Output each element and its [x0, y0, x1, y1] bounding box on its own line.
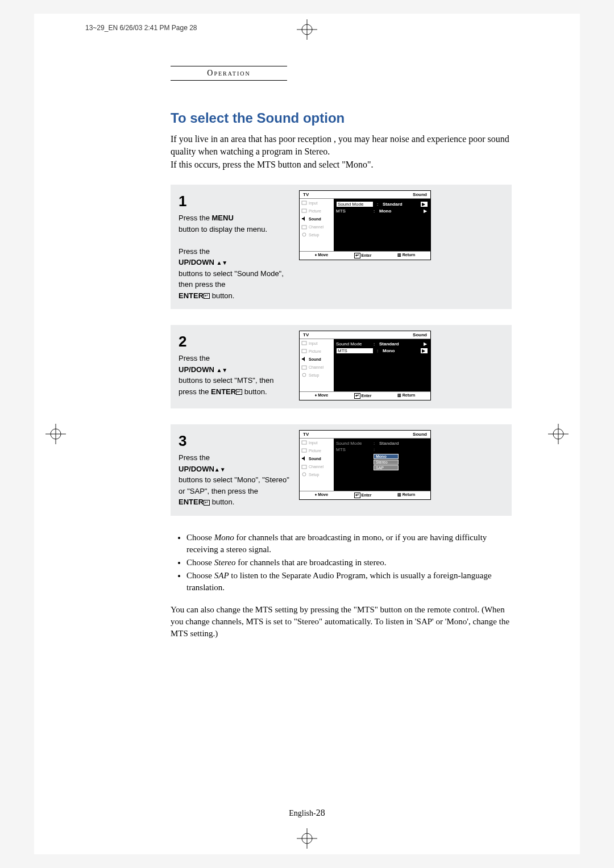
osd-side-picture: Picture [300, 347, 334, 355]
bullet-list: Choose Mono for channels that are broadc… [171, 532, 512, 594]
sound-icon [301, 216, 307, 222]
mts-option-stereo: Stereo [374, 460, 399, 465]
page-title: To select the Sound option [171, 110, 512, 126]
osd-side-channel: Channel [300, 223, 334, 231]
osd-row-soundmode: Sound Mode : Standard ▶ [336, 341, 428, 347]
registration-mark-top [297, 19, 317, 40]
bullet-stereo: Choose Stereo for channels that are broa… [186, 557, 512, 569]
osd-side-sound: Sound [300, 454, 334, 462]
osd-side-input: Input [300, 439, 334, 446]
osd-side-setup: Setup [300, 231, 334, 239]
right-arrow-icon: ▶ [424, 341, 428, 347]
osd-side-sound: Sound [300, 355, 334, 363]
enter-icon: ↵ [354, 393, 360, 399]
svg-point-9 [553, 429, 563, 439]
bullet-sap: Choose SAP to listen to the Separate Aud… [186, 570, 512, 594]
section-heading: Operation [171, 66, 287, 81]
channel-icon [301, 364, 307, 370]
osd-side-picture: Picture [300, 207, 334, 215]
page-number: English-28 [34, 808, 580, 818]
osd-footer: ♦ Move ↵ Enter ▥ Return [300, 491, 430, 499]
mts-dropdown: Mono Stereo SAP [374, 454, 428, 470]
svg-rect-18 [302, 366, 306, 369]
intro-text: If you live in an area that has poor rec… [171, 133, 512, 171]
osd-side-input: Input [300, 339, 334, 347]
osd-title-tv: TV [303, 332, 309, 337]
osd-screenshot-2: TV Sound Input Picture Sound Channel Set… [299, 331, 431, 400]
step-1-text: 1 Press the MENU button to display the m… [179, 190, 292, 301]
osd-row-soundmode: Sound Mode : Standard [336, 440, 428, 446]
svg-point-3 [302, 833, 312, 844]
bullet-mono: Choose Mono for channels that are broadc… [186, 532, 512, 556]
osd-side-channel: Channel [300, 363, 334, 371]
picture-icon [301, 348, 307, 354]
svg-rect-12 [302, 201, 306, 205]
picture-icon [301, 208, 307, 214]
input-icon [301, 340, 307, 346]
step-box-1: 1 Press the MENU button to display the m… [171, 185, 512, 309]
notes-paragraph: You can also change the MTS setting by p… [171, 604, 512, 640]
step-number: 2 [179, 331, 292, 353]
osd-footer: ♦ Move ↵ Enter ▥ Return [300, 252, 430, 260]
file-header-meta: 13~29_EN 6/26/03 2:41 PM Page 28 [85, 24, 197, 32]
svg-point-15 [302, 233, 306, 236]
right-arrow-icon: ▶ [420, 348, 428, 354]
registration-mark-bottom [297, 828, 317, 849]
osd-side-sound: Sound [300, 215, 334, 223]
intro-line-2: If this occurs, press the MTS button and… [171, 160, 374, 169]
osd-row-mts: MTS : Mono ▶ [336, 208, 428, 214]
osd-main-panel: Sound Mode : Standard ▶ MTS : Mono ▶ [334, 339, 430, 391]
osd-row-mts: MTS : Mono ▶ [336, 347, 428, 354]
mts-option-sap: SAP [374, 465, 399, 470]
up-down-triangle-icon: ▲▼ [214, 466, 226, 473]
osd-row-mts: MTS : [336, 446, 428, 453]
svg-rect-17 [302, 349, 306, 353]
channel-icon [301, 464, 307, 469]
step-number: 3 [179, 430, 292, 452]
picture-icon [301, 448, 307, 453]
up-down-triangle-icon: ▲▼ [216, 260, 227, 266]
channel-icon [301, 224, 307, 229]
enter-icon: ↵ [354, 493, 360, 498]
osd-screenshot-3: TV Sound Input Picture Sound Channel Set… [299, 430, 431, 500]
svg-rect-22 [302, 465, 306, 469]
step-box-3: 3 Press the UP/DOWN▲▼ buttons to select … [171, 424, 512, 516]
osd-main-panel: Sound Mode : Standard ▶ MTS : Mono ▶ [334, 199, 430, 251]
osd-sidebar: Input Picture Sound Channel Setup [300, 439, 334, 491]
setup-icon [301, 471, 307, 477]
osd-sidebar: Input Picture Sound Channel Setup [300, 199, 334, 251]
osd-sidebar: Input Picture Sound Channel Setup [300, 339, 334, 391]
svg-point-0 [302, 24, 312, 35]
svg-rect-14 [302, 226, 306, 229]
manual-page: 13~29_EN 6/26/03 2:41 PM Page 28 Operati… [34, 14, 580, 854]
osd-title-tv: TV [303, 192, 309, 197]
osd-row-soundmode: Sound Mode : Standard ▶ [336, 201, 428, 208]
osd-title-sound: Sound [413, 432, 427, 437]
svg-point-23 [302, 473, 306, 476]
mts-option-mono: Mono [374, 454, 399, 459]
svg-rect-21 [302, 449, 306, 452]
setup-icon [301, 372, 307, 378]
right-arrow-icon: ▶ [420, 201, 428, 207]
osd-title-sound: Sound [413, 332, 427, 337]
svg-rect-20 [302, 441, 306, 444]
osd-footer: ♦ Move ↵ Enter ▥ Return [300, 392, 430, 400]
svg-point-6 [51, 429, 61, 439]
osd-title-sound: Sound [413, 192, 427, 197]
enter-icon: ↵ [236, 389, 242, 395]
osd-side-setup: Setup [300, 371, 334, 379]
enter-icon: ↵ [354, 253, 360, 258]
osd-main-panel: Sound Mode : Standard MTS : Mono Stereo … [334, 439, 430, 491]
input-icon [301, 440, 307, 445]
up-down-triangle-icon: ▲▼ [216, 367, 227, 373]
svg-point-19 [302, 373, 306, 377]
osd-side-setup: Setup [300, 470, 334, 478]
setup-icon [301, 232, 307, 237]
svg-rect-13 [302, 209, 306, 212]
osd-side-input: Input [300, 199, 334, 207]
step-number: 1 [179, 190, 292, 212]
osd-side-channel: Channel [300, 462, 334, 470]
input-icon [301, 200, 307, 206]
enter-icon: ↵ [204, 500, 210, 506]
osd-title-tv: TV [303, 432, 309, 437]
